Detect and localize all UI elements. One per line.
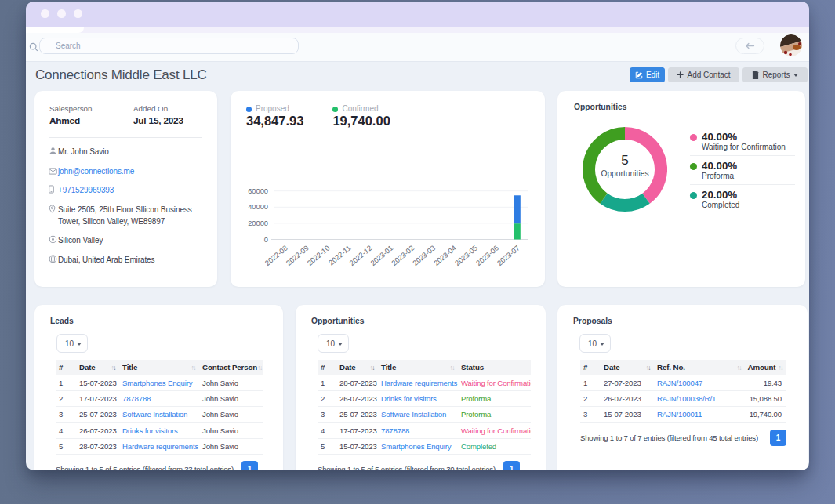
table-row: 426-07-2023Drinks for visitorsJohn Savio	[56, 422, 263, 438]
table-cell: 7878788	[119, 391, 199, 407]
table-cell: Software Installation	[378, 407, 458, 422]
plus-icon	[677, 71, 684, 78]
column-header[interactable]: Contact Person↑↓	[199, 360, 263, 375]
table-cell: 15,088.50	[745, 391, 786, 407]
table-cell: 25-07-2023	[336, 407, 378, 422]
x-axis-label: 2023-03	[412, 244, 437, 267]
window-control-dot[interactable]	[57, 9, 66, 18]
record-link[interactable]: Software Installation	[122, 410, 187, 419]
page-size-select[interactable]: 10	[579, 334, 611, 353]
table-cell: Drinks for visitors	[378, 391, 458, 407]
chevron-down-icon	[77, 343, 82, 346]
browser-active-tab[interactable]	[26, 27, 84, 33]
page-size-select[interactable]: 10	[56, 334, 88, 353]
record-link[interactable]: RAJN/100038/R/1	[657, 394, 716, 403]
donut-card-title: Opportunities	[574, 102, 627, 112]
record-link[interactable]: Drinks for visitors	[381, 394, 437, 403]
table-row: 226-07-2023Drinks for visitorsProforma	[318, 391, 531, 407]
column-header[interactable]: Amount↑↓	[745, 360, 786, 375]
column-header[interactable]: Date↑↓	[76, 360, 119, 375]
add-contact-button[interactable]: Add Contact	[668, 67, 739, 82]
legend-item: 40.00%Waiting for Confirmation	[690, 132, 795, 156]
sort-icon: ↑↓	[646, 364, 653, 372]
column-header[interactable]: Status↑↓	[458, 360, 531, 375]
x-axis-label: 2023-05	[453, 244, 479, 267]
page-size-select[interactable]: 10	[318, 334, 349, 353]
pagination-page-button[interactable]: 1	[770, 430, 786, 446]
status-text: Waiting for Confirmation	[461, 379, 531, 387]
table-cell: Smartphones Enquiry	[119, 375, 199, 391]
table-cell: 17-07-2023	[76, 391, 119, 407]
legend-percent: 40.00%	[702, 132, 737, 143]
record-link[interactable]: Hardware requirements	[381, 379, 457, 387]
table-cell: John Savio	[199, 438, 263, 454]
table-cell: 4	[318, 422, 336, 438]
table-row: 515-07-2023Smartphones EnquiryCompleted	[318, 438, 531, 454]
edit-button[interactable]: Edit	[630, 67, 665, 82]
search-input[interactable]	[39, 38, 299, 54]
record-link[interactable]: Software Installation	[381, 410, 446, 419]
table-row: 528-07-2023Hardware requirementsJohn Sav…	[56, 438, 263, 454]
table-cell: 15-07-2023	[76, 375, 119, 391]
table-cell: John Savio	[199, 391, 263, 407]
column-header[interactable]: Date↑↓	[601, 360, 654, 375]
email-link[interactable]: john@connections.me	[58, 165, 134, 177]
record-link[interactable]: 7878788	[381, 426, 409, 435]
record-link[interactable]: RAJN/100047	[657, 379, 702, 387]
record-link[interactable]: Smartphones Enquiry	[381, 442, 451, 451]
y-axis-label: 20000	[248, 219, 268, 227]
record-link[interactable]: RAJN/100011	[657, 410, 702, 419]
window-control-dot[interactable]	[74, 9, 82, 18]
city-text: Silicon Valley	[58, 234, 103, 246]
reports-button[interactable]: Reports	[742, 67, 808, 82]
user-avatar[interactable]	[780, 34, 802, 56]
sort-icon: ↑↓	[737, 364, 744, 372]
pagination-page-button[interactable]: 1	[241, 461, 258, 470]
legend-dot-icon	[690, 134, 697, 141]
x-axis-label: 2023-04	[433, 244, 459, 267]
record-link[interactable]: Hardware requirements	[122, 442, 198, 451]
client-info-card: Salesperson Ahmed Added On Jul 15, 2023 …	[34, 91, 217, 287]
added-on-value: Jul 15, 2023	[133, 115, 183, 127]
proposed-dot-icon	[246, 107, 252, 112]
table-cell: 3	[580, 407, 601, 422]
status-text: Proforma	[461, 394, 491, 403]
legend-dot-icon	[690, 192, 697, 199]
search-icon	[29, 41, 38, 50]
x-axis-label: 2022-10	[306, 244, 332, 267]
sort-icon: ↑↓	[191, 364, 198, 372]
table-cell: 4	[56, 422, 76, 438]
record-link[interactable]: Smartphones Enquiry	[122, 379, 192, 387]
table-row: 115-07-2023Smartphones EnquiryJohn Savio	[56, 375, 263, 391]
table-cell: 1	[318, 375, 336, 391]
table-cell: Waiting for Confirmation	[458, 375, 531, 391]
bar-segment	[514, 195, 521, 223]
envelope-icon	[49, 166, 58, 176]
table-cell: Hardware requirements	[119, 438, 199, 454]
table-cell: 28-07-2023	[336, 375, 378, 391]
pagination-page-button[interactable]: 1	[503, 461, 520, 470]
table-cell: 3	[318, 407, 336, 422]
table-row: 315-07-2023RAJN/10001119,740.00	[580, 407, 786, 422]
record-link[interactable]: Drinks for visitors	[122, 426, 178, 435]
column-header[interactable]: Title↑↓	[378, 360, 458, 375]
page-size-value: 10	[65, 339, 74, 348]
column-header[interactable]: Title↑↓	[119, 360, 199, 375]
column-header: #	[318, 360, 336, 375]
phone-link[interactable]: +971529969393	[58, 184, 114, 196]
column-header[interactable]: Date↑↓	[336, 360, 378, 375]
country-text: Dubai, United Arab Emirates	[58, 254, 154, 266]
edit-pencil-icon	[635, 71, 643, 79]
sort-icon: ↑↓	[111, 364, 118, 372]
back-pill-button[interactable]	[735, 38, 764, 54]
record-link[interactable]: 7878788	[122, 394, 151, 403]
column-header[interactable]: Ref. No.↑↓	[654, 360, 745, 375]
window-control-dot[interactable]	[41, 9, 49, 18]
chevron-down-icon	[338, 343, 343, 346]
phone-row: +971529969393	[49, 184, 205, 196]
table-cell: Drinks for visitors	[119, 422, 199, 438]
y-axis-label: 0	[264, 236, 268, 244]
arrow-left-icon	[745, 42, 755, 49]
table-cell: Smartphones Enquiry	[378, 438, 458, 454]
table-cell: RAJN/100038/R/1	[654, 391, 745, 407]
